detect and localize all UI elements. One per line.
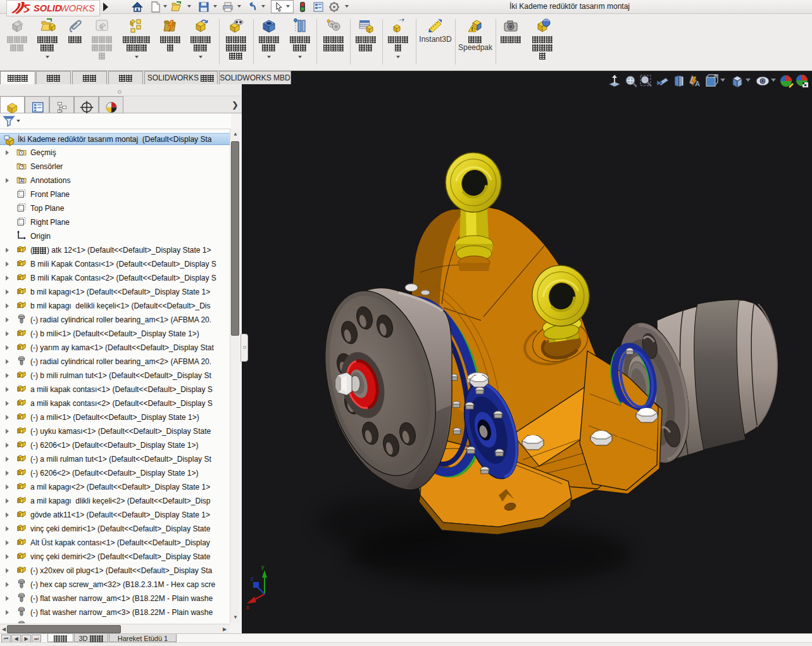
svg-text:SOLID: SOLID bbox=[34, 3, 62, 13]
svg-text:WORKS: WORKS bbox=[60, 3, 95, 13]
svg-text:!: ! bbox=[471, 26, 473, 32]
svg-text:A: A bbox=[695, 80, 700, 87]
svg-text:A: A bbox=[20, 179, 23, 183]
